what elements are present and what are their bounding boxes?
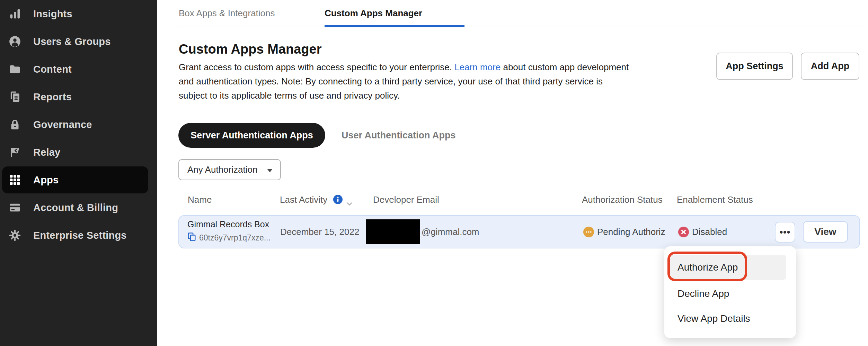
sidebar-item-insights[interactable]: Insights — [0, 0, 157, 28]
enablement-status-value: Disabled — [692, 216, 727, 248]
add-app-button[interactable]: Add App — [801, 53, 859, 80]
tab-custom-apps-manager[interactable]: Custom Apps Manager — [325, 0, 464, 27]
developer-email-domain: @gimmal.com — [422, 216, 479, 248]
authorization-status-value: Pending Authorization — [597, 216, 665, 248]
caret-down-icon — [267, 169, 273, 172]
disabled-status-icon — [678, 227, 689, 237]
sidebar-item-label: Insights — [33, 8, 72, 20]
lock-icon — [8, 118, 21, 131]
column-header-last-activity[interactable]: Last Activity — [280, 194, 327, 206]
sidebar-item-label: Apps — [33, 174, 59, 186]
table-row: Gimmal Records Box 60tz6y7vrp1q7xze... D… — [178, 215, 860, 248]
last-activity-value: December 15, 2022 — [280, 216, 359, 248]
admin-console: Insights Users & Groups Content — [0, 0, 868, 346]
gear-icon — [8, 229, 21, 242]
sidebar-item-label: Users & Groups — [33, 36, 111, 47]
sidebar-item-label: Relay — [33, 147, 60, 158]
sidebar-item-enterprise-settings[interactable]: Enterprise Settings — [0, 221, 157, 249]
sidebar-item-label: Content — [33, 64, 72, 75]
app-settings-button[interactable]: App Settings — [716, 53, 793, 80]
column-header-developer-email: Developer Email — [373, 194, 439, 206]
redacted-email-block — [366, 219, 420, 244]
column-header-enablement-status: Enablement Status — [677, 194, 753, 206]
grid-icon — [8, 173, 21, 186]
authorization-filter-value: Any Authorization — [187, 164, 257, 175]
description-line-2: and authentication types. Note: By conne… — [179, 74, 698, 89]
sidebar-item-users-groups[interactable]: Users & Groups — [0, 28, 157, 55]
credit-card-icon — [8, 201, 21, 214]
sidebar: Insights Users & Groups Content — [0, 0, 157, 346]
tab-bar: Box Apps & Integrations Custom Apps Mana… — [179, 0, 862, 27]
flag-icon — [8, 146, 21, 159]
page-title: Custom Apps Manager — [179, 42, 321, 57]
sidebar-item-apps[interactable]: Apps — [0, 166, 157, 194]
menu-item-authorize-app[interactable]: Authorize App — [670, 255, 786, 280]
description-line-1: Grant access to custom apps with access … — [179, 60, 698, 74]
server-authentication-apps-tab[interactable]: Server Authentication Apps — [178, 123, 325, 148]
copy-icon[interactable] — [187, 232, 196, 242]
sidebar-item-relay[interactable]: Relay — [0, 138, 157, 166]
sidebar-item-label: Governance — [33, 119, 92, 130]
description-line-3: subject to its applicable terms of use a… — [179, 89, 698, 103]
column-header-name: Name — [188, 194, 212, 206]
report-icon — [8, 90, 21, 103]
user-authentication-apps-tab[interactable]: User Authentication Apps — [342, 123, 456, 148]
authorization-filter-dropdown[interactable]: Any Authorization — [178, 159, 281, 180]
menu-item-decline-app[interactable]: Decline App — [670, 281, 786, 306]
page-description: Grant access to custom apps with access … — [179, 60, 698, 103]
learn-more-link[interactable]: Learn more — [454, 62, 501, 72]
sidebar-item-governance[interactable]: Governance — [0, 111, 157, 138]
users-icon — [8, 35, 21, 48]
app-name: Gimmal Records Box — [187, 219, 269, 229]
sidebar-item-label: Enterprise Settings — [33, 230, 127, 241]
menu-item-view-app-details[interactable]: View App Details — [670, 306, 786, 331]
active-tab-underline — [325, 25, 464, 27]
sidebar-item-reports[interactable]: Reports — [0, 83, 157, 111]
sort-chevron-down-icon[interactable] — [346, 198, 353, 209]
app-id: 60tz6y7vrp1q7xze... — [199, 233, 271, 243]
column-header-authorization-status: Authorization Status — [582, 194, 663, 206]
sidebar-item-content[interactable]: Content — [0, 55, 157, 83]
tab-box-apps-integrations[interactable]: Box Apps & Integrations — [179, 0, 275, 27]
more-actions-button[interactable]: ••• — [775, 222, 795, 243]
sidebar-item-label: Reports — [33, 91, 72, 103]
info-icon[interactable] — [333, 195, 343, 207]
bar-chart-icon — [8, 7, 21, 20]
folder-icon — [8, 63, 21, 76]
ellipsis-icon: ••• — [780, 228, 790, 237]
row-actions-menu: Authorize App Decline App View App Detai… — [664, 246, 796, 338]
view-button[interactable]: View — [803, 221, 848, 243]
sidebar-item-label: Account & Billing — [33, 202, 118, 213]
table-header: Name Last Activity Developer Email Autho… — [0, 194, 868, 206]
pending-status-icon — [583, 227, 594, 237]
